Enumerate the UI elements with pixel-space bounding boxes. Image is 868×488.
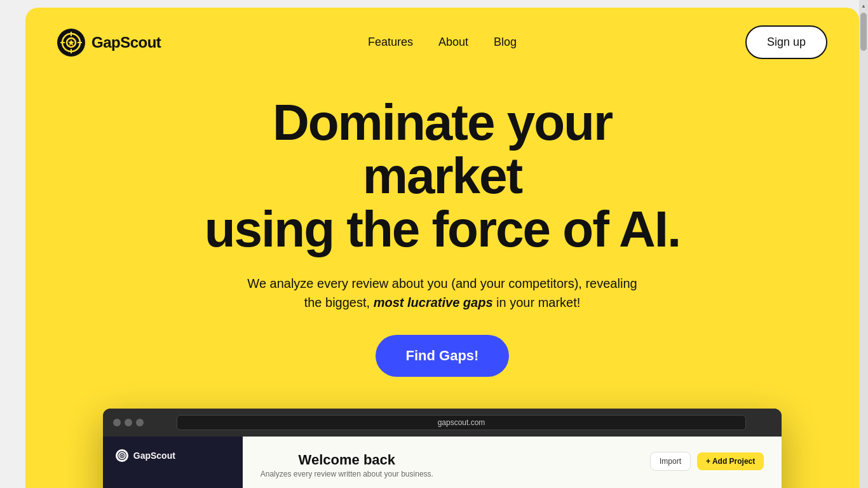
- signup-button[interactable]: Sign up: [745, 25, 827, 59]
- scrollbar-thumb[interactable]: [860, 13, 867, 51]
- logo-text: GapScout: [92, 34, 161, 51]
- find-gaps-button[interactable]: Find Gaps!: [376, 335, 510, 377]
- app-screenshot: gapscout.com GapScout: [103, 409, 782, 488]
- app-welcome-group: Welcome back Analyzes every review writt…: [261, 452, 433, 478]
- app-sidebar: GapScout: [103, 437, 243, 488]
- browser-dot-3: [136, 419, 144, 426]
- nav-blog[interactable]: Blog: [494, 36, 517, 49]
- app-action-buttons: Import + Add Project: [650, 452, 764, 471]
- hero-title-line1: Dominate your market: [273, 94, 612, 204]
- nav-about[interactable]: About: [438, 36, 468, 49]
- hero-section: Dominate your market using the force of …: [25, 77, 859, 488]
- browser-url[interactable]: gapscout.com: [177, 415, 746, 430]
- app-main-content: Welcome back Analyzes every review writt…: [243, 437, 782, 488]
- hero-title-line2: using the force of AI.: [205, 201, 681, 257]
- app-welcome-heading: Welcome back: [261, 452, 433, 468]
- app-subtitle-text: Analyzes every review written about your…: [261, 470, 433, 478]
- scrollbar[interactable]: ▲: [859, 0, 868, 488]
- app-sidebar-logo-icon: [116, 449, 128, 462]
- app-header-row: Welcome back Analyzes every review writt…: [261, 452, 764, 478]
- logo-icon: [57, 29, 85, 57]
- main-card: GapScout Features About Blog Sign up Dom…: [25, 8, 859, 488]
- nav-features[interactable]: Features: [368, 36, 413, 49]
- navbar: GapScout Features About Blog Sign up: [25, 8, 859, 77]
- app-add-project-button[interactable]: + Add Project: [697, 452, 764, 470]
- browser-dots: [113, 419, 144, 426]
- logo-link[interactable]: GapScout: [57, 29, 161, 57]
- browser-dot-1: [113, 419, 121, 426]
- app-content: GapScout Welcome back Analyzes every rev…: [103, 437, 782, 488]
- nav-links: Features About Blog: [368, 36, 517, 49]
- browser-dot-2: [125, 419, 132, 426]
- app-sidebar-logo: GapScout: [116, 449, 230, 462]
- hero-subtitle-bold: most lucrative gaps: [374, 295, 493, 309]
- page-wrapper: ▲ GapScout: [0, 0, 868, 488]
- scroll-up-arrow[interactable]: ▲: [859, 1, 868, 10]
- hero-subtitle-after: in your market!: [496, 295, 580, 309]
- browser-bar: gapscout.com: [103, 409, 782, 437]
- app-sidebar-logo-text: GapScout: [133, 451, 175, 461]
- app-import-button[interactable]: Import: [650, 452, 691, 471]
- hero-title: Dominate your market using the force of …: [201, 96, 684, 256]
- hero-subtitle: We analyze every review about you (and y…: [245, 274, 639, 312]
